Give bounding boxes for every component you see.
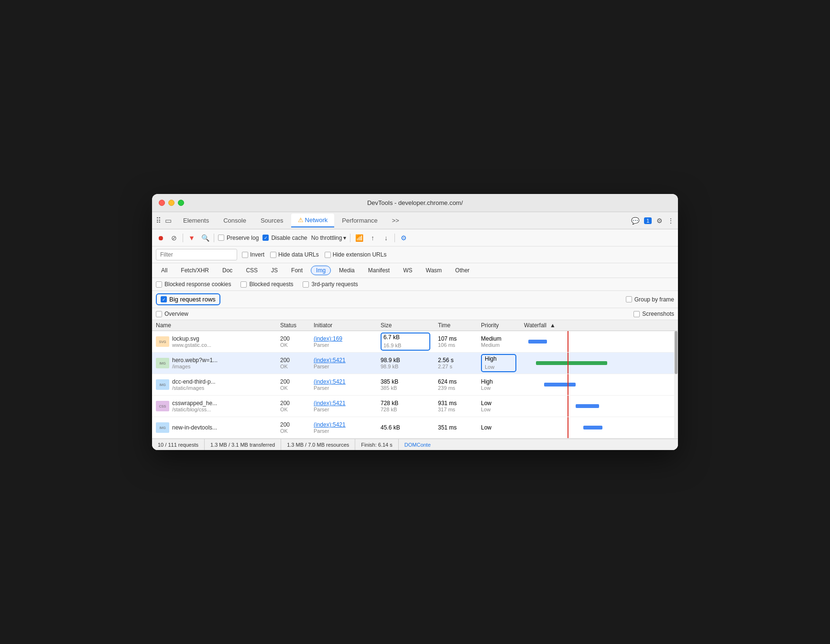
big-request-checkbox[interactable] xyxy=(161,296,167,302)
name-texts: csswrapped_he.../static/blog/css... xyxy=(172,400,217,412)
table-row[interactable]: SVGlockup.svgwww.gstatic.co...200OK(inde… xyxy=(152,331,678,353)
type-filter-other[interactable]: Other xyxy=(450,266,475,275)
blocked-cookies-label: Blocked response cookies xyxy=(164,281,231,288)
blocked-cookies-item[interactable]: Blocked response cookies xyxy=(156,281,231,288)
col-name[interactable]: Name xyxy=(156,322,280,329)
close-button[interactable] xyxy=(159,200,165,206)
disable-cache-label: Disable cache xyxy=(271,235,307,241)
col-waterfall[interactable]: Waterfall ▲ xyxy=(524,322,660,329)
scrollbar-thumb[interactable] xyxy=(675,331,677,374)
hide-ext-urls-option[interactable]: Hide extension URLs xyxy=(325,251,387,258)
window-title: DevTools - developer.chrome.com/ xyxy=(367,199,463,206)
filter-icon[interactable]: ▼ xyxy=(187,233,197,243)
clear-icon[interactable]: ⊘ xyxy=(169,233,179,243)
table-row[interactable]: IMGnew-in-devtools...200OK(index):5421Pa… xyxy=(152,417,678,439)
tab-network[interactable]: ⚠Network xyxy=(291,214,335,227)
tab-more[interactable]: >> xyxy=(385,214,406,227)
third-party-item[interactable]: 3rd-party requests xyxy=(303,281,358,288)
hide-data-urls-option[interactable]: Hide data URLs xyxy=(270,251,319,258)
hide-ext-urls-checkbox[interactable] xyxy=(325,252,331,258)
tab-console[interactable]: Console xyxy=(217,214,253,227)
blocked-requests-checkbox[interactable] xyxy=(240,281,247,288)
settings-icon[interactable]: ⚙ xyxy=(656,217,663,225)
device-icon[interactable]: ▭ xyxy=(165,216,172,225)
col-size[interactable]: Size xyxy=(381,322,438,329)
type-filter-doc[interactable]: Doc xyxy=(217,266,238,275)
waterfall-redline xyxy=(568,331,568,352)
initiator-link[interactable]: (index):5421 xyxy=(314,357,373,364)
record-stop-icon[interactable]: ⏺ xyxy=(156,233,165,243)
status-ok: OK xyxy=(280,342,306,348)
invert-option[interactable]: Invert xyxy=(242,251,264,258)
type-filter-ws[interactable]: WS xyxy=(398,266,417,275)
table-row[interactable]: CSScsswrapped_he.../static/blog/css...20… xyxy=(152,396,678,417)
waterfall-bar xyxy=(544,383,576,386)
filter-input[interactable] xyxy=(156,249,237,260)
gear-settings-icon[interactable]: ⚙ xyxy=(399,233,408,243)
initiator-link[interactable]: (index):5421 xyxy=(314,378,373,385)
col-status[interactable]: Status xyxy=(280,322,314,329)
pointer-icon[interactable]: ⠿ xyxy=(156,216,161,225)
group-by-frame-checkbox[interactable] xyxy=(626,296,632,302)
initiator-cell: (index):5421Parser xyxy=(310,420,377,435)
table-row[interactable]: IMGhero.webp?w=1.../images200OK(index):5… xyxy=(152,353,678,374)
col-time[interactable]: Time xyxy=(438,322,481,329)
more-icon[interactable]: ⋮ xyxy=(667,217,674,225)
hide-data-urls-checkbox[interactable] xyxy=(270,252,276,258)
throttle-select[interactable]: No throttling ▾ xyxy=(311,235,347,241)
size-highlight: 6.7 kB16.9 kB xyxy=(381,333,430,351)
col-initiator[interactable]: Initiator xyxy=(314,322,381,329)
maximize-button[interactable] xyxy=(178,200,184,206)
time-sub: 239 ms xyxy=(438,385,473,391)
initiator-link[interactable]: (index):169 xyxy=(314,335,373,342)
tab-bar-right: 💬 1 ⚙ ⋮ xyxy=(631,217,674,225)
file-name: hero.webp?w=1... xyxy=(172,357,218,364)
search-icon[interactable]: 🔍 xyxy=(200,233,210,243)
preserve-log-checkbox[interactable] xyxy=(218,235,224,241)
type-filter-wasm[interactable]: Wasm xyxy=(421,266,448,275)
tab-elements[interactable]: Elements xyxy=(176,214,216,227)
col-priority[interactable]: Priority xyxy=(481,322,524,329)
invert-checkbox[interactable] xyxy=(242,252,248,258)
traffic-lights xyxy=(159,200,184,206)
type-filter-img[interactable]: Img xyxy=(311,266,331,275)
screenshots-checkbox[interactable] xyxy=(633,311,640,317)
third-party-checkbox[interactable] xyxy=(303,281,309,288)
group-by-frame-item[interactable]: Group by frame xyxy=(626,296,674,303)
time-cell: 107 ms106 ms xyxy=(434,334,477,349)
tab-performance[interactable]: Performance xyxy=(335,214,384,227)
checkbox-row: Blocked response cookies Blocked request… xyxy=(152,278,678,291)
time-sub: 106 ms xyxy=(438,342,473,348)
group-by-frame-label: Group by frame xyxy=(634,296,674,303)
table-header: Name Status Initiator Size Time Priority… xyxy=(152,320,678,331)
wifi-icon[interactable]: 📶 xyxy=(354,233,364,243)
initiator-link[interactable]: (index):5421 xyxy=(314,421,373,428)
type-filter-font[interactable]: Font xyxy=(286,266,308,275)
tab-sources[interactable]: Sources xyxy=(254,214,290,227)
upload-icon[interactable]: ↑ xyxy=(368,233,377,243)
message-badge: 1 xyxy=(644,217,652,224)
table-row[interactable]: IMGdcc-end-third-p.../static/images200OK… xyxy=(152,374,678,396)
blocked-cookies-checkbox[interactable] xyxy=(156,281,162,288)
download-icon[interactable]: ↓ xyxy=(381,233,391,243)
file-domain: /images xyxy=(172,364,218,369)
type-filter-manifest[interactable]: Manifest xyxy=(363,266,395,275)
overview-item[interactable]: Overview xyxy=(156,311,188,317)
warning-icon: ⚠ xyxy=(298,216,304,224)
screenshots-item[interactable]: Screenshots xyxy=(633,311,674,317)
type-filter-fetch-xhr[interactable]: Fetch/XHR xyxy=(175,266,214,275)
overview-checkbox[interactable] xyxy=(156,311,162,317)
minimize-button[interactable] xyxy=(168,200,175,206)
disable-cache-area: Disable cache xyxy=(262,235,307,241)
scrollbar[interactable] xyxy=(674,331,678,439)
type-filter-js[interactable]: JS xyxy=(266,266,283,275)
waterfall-cell xyxy=(520,374,678,395)
blocked-requests-item[interactable]: Blocked requests xyxy=(240,281,293,288)
type-filter-all[interactable]: All xyxy=(156,266,173,275)
type-filter-css[interactable]: CSS xyxy=(240,266,263,275)
type-filter-media[interactable]: Media xyxy=(334,266,360,275)
message-icon[interactable]: 💬 xyxy=(631,217,639,225)
disable-cache-checkbox[interactable] xyxy=(262,235,269,241)
initiator-link[interactable]: (index):5421 xyxy=(314,400,373,407)
initiator-cell: (index):5421Parser xyxy=(310,377,377,392)
